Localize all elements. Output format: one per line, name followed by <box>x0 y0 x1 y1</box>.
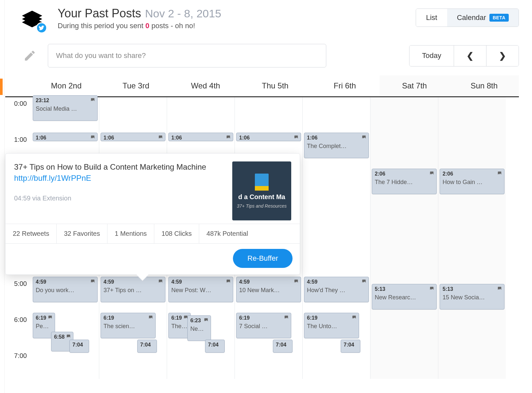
rebuffer-button[interactable]: Re-Buffer <box>233 249 293 268</box>
image-icon <box>352 315 357 321</box>
today-button[interactable]: Today <box>409 46 454 66</box>
event-time: 7:04 <box>140 342 154 348</box>
subtitle-post: posts - oh no! <box>149 22 195 30</box>
event-time: 7:04 <box>344 342 357 348</box>
compose-row: What do you want to share? Today ❮ ❯ <box>5 36 532 75</box>
stat-clicks[interactable]: 108 Clicks <box>154 224 199 243</box>
image-icon <box>158 135 163 140</box>
event-card[interactable]: 6:23 Ne… <box>187 315 211 341</box>
day-header: Sun 8th <box>449 75 519 96</box>
event-time: 1:06 <box>307 135 366 141</box>
popover-stats: 22 Retweets 32 Favorites 1 Mentions 108 … <box>6 224 300 244</box>
event-time: 6:19 <box>239 315 288 321</box>
event-text: 10 New Mark… <box>239 287 298 294</box>
image-icon <box>294 135 299 140</box>
event-card[interactable]: 7:04 <box>273 340 293 353</box>
image-icon <box>361 135 367 140</box>
image-icon <box>429 286 434 292</box>
image-icon <box>294 279 299 285</box>
hour-label: 6:00 <box>4 316 27 324</box>
event-card[interactable]: 4:59 10 New Mark… <box>236 277 301 302</box>
thumb-line2: 37+ Tips and Resources <box>237 203 287 209</box>
event-time: 1:06 <box>171 135 230 141</box>
day-header: Sat 7th <box>380 75 449 96</box>
event-card[interactable]: 2:06 The 7 Hidde… <box>372 169 437 194</box>
chevron-right-icon: ❯ <box>499 51 506 61</box>
event-card[interactable]: 7:04 <box>69 340 89 353</box>
day-header: Mon 2nd <box>31 75 101 96</box>
image-icon <box>226 279 231 285</box>
event-text: The… <box>171 323 188 330</box>
event-time: 7:04 <box>208 342 222 348</box>
image-icon <box>66 334 71 340</box>
view-list-tab[interactable]: List <box>416 9 447 27</box>
event-card[interactable]: 1:06 <box>236 133 301 141</box>
event-card[interactable]: 7:04 <box>205 340 225 353</box>
event-card[interactable]: 4:59 Do you work… <box>33 277 98 302</box>
image-icon <box>90 98 95 103</box>
rail-accent <box>0 79 3 95</box>
event-card[interactable]: 4:59 37+ Tips on … <box>101 277 165 302</box>
event-text: Ne… <box>190 326 208 332</box>
popover-link[interactable]: http://buff.ly/1WrPPnE <box>14 174 91 182</box>
event-text: Do you work… <box>36 287 95 294</box>
hour-label: 7:00 <box>4 352 27 360</box>
event-card[interactable]: 7:04 <box>341 340 360 353</box>
event-card[interactable]: 4:59 How'd They … <box>304 277 369 302</box>
event-time: 2:06 <box>375 171 434 177</box>
view-calendar-tab[interactable]: Calendar BETA <box>447 9 519 27</box>
event-text: Peo… <box>36 323 52 330</box>
day-header: Tue 3rd <box>101 75 171 96</box>
calendar-header: Mon 2nd Tue 3rd Wed 4th Thu 5th Fri 6th … <box>5 75 519 97</box>
subtitle: During this period you sent 0 posts - oh… <box>58 22 416 30</box>
day-header: Fri 6th <box>310 75 380 96</box>
event-time: 6:19 <box>307 315 356 321</box>
event-time: 23:12 <box>36 98 95 103</box>
post-popover: 37+ Tips on How to Build a Content Marke… <box>5 153 300 275</box>
date-nav: Today ❮ ❯ <box>409 45 519 66</box>
post-count: 0 <box>145 22 149 30</box>
popover-text: 37+ Tips on How to Build a Content Marke… <box>14 162 206 171</box>
next-week-button[interactable]: ❯ <box>486 46 519 66</box>
event-time: 4:59 <box>307 279 366 285</box>
image-icon <box>497 171 502 177</box>
hour-label: 5:00 <box>4 280 27 288</box>
event-time: 2:06 <box>443 171 502 177</box>
event-card[interactable]: 1:06 <box>101 133 165 141</box>
event-card[interactable]: 1:06 The Complet… <box>304 133 369 158</box>
event-text: The Complet… <box>307 143 366 150</box>
document-icon <box>255 174 269 191</box>
image-icon <box>90 135 95 140</box>
prev-week-button[interactable]: ❮ <box>454 46 486 66</box>
event-card[interactable]: 1:06 <box>33 133 98 141</box>
stat-mentions[interactable]: 1 Mentions <box>107 224 154 243</box>
stat-favorites[interactable]: 32 Favorites <box>57 224 107 243</box>
event-time: 4:59 <box>104 279 162 285</box>
event-card[interactable]: 2:06 How to Gain … <box>440 169 504 194</box>
event-card[interactable]: 1:06 <box>168 133 233 141</box>
stat-potential[interactable]: 487k Potential <box>199 224 255 243</box>
hour-label: 0:00 <box>4 100 27 107</box>
event-card[interactable]: 6:19 7 Social … <box>236 313 291 338</box>
stat-retweets[interactable]: 22 Retweets <box>6 224 57 243</box>
event-card[interactable]: 4:59 New Post: W… <box>168 277 233 302</box>
event-card[interactable]: 6:19 The Unto… <box>304 313 359 338</box>
day-column-sun: 2:06 How to Gain … 5:13 15 New Socia… <box>438 97 506 379</box>
event-card[interactable]: 6:19 The scien… <box>101 313 156 338</box>
image-icon <box>48 315 53 321</box>
event-card[interactable]: 7:04 <box>137 340 157 353</box>
image-icon <box>497 286 502 292</box>
event-card[interactable]: 23:12 Social Media … <box>33 95 98 121</box>
event-text: New Researc… <box>375 294 434 301</box>
event-card[interactable]: 5:13 15 New Socia… <box>440 284 504 309</box>
popover-thumbnail[interactable]: d a Content Ma 37+ Tips and Resources <box>232 161 291 220</box>
event-text: The 7 Hidde… <box>375 179 434 186</box>
view-calendar-label: Calendar <box>457 13 486 22</box>
profile-avatar[interactable] <box>22 7 48 33</box>
event-card[interactable]: 5:13 New Researc… <box>372 284 437 309</box>
event-time: 4:59 <box>36 279 95 285</box>
beta-badge: BETA <box>489 14 509 22</box>
image-icon <box>203 318 209 323</box>
compose-input[interactable]: What do you want to share? <box>48 44 326 67</box>
compose-icon <box>22 49 38 62</box>
